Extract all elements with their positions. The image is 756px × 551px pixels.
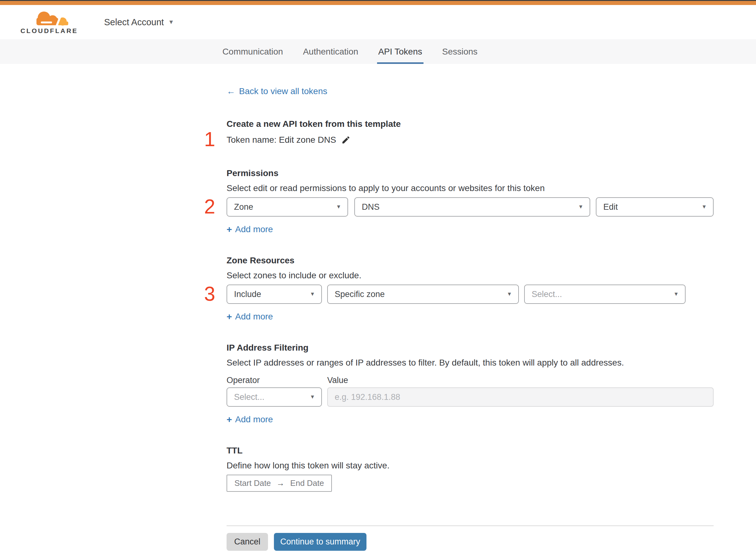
chevron-down-icon: ▼ xyxy=(507,291,512,297)
zone-include-select[interactable]: Include ▼ xyxy=(226,285,322,304)
chevron-down-icon: ▼ xyxy=(310,394,315,400)
zone-resources-heading: Zone Resources xyxy=(226,255,714,266)
tab-api-tokens[interactable]: API Tokens xyxy=(377,39,424,64)
ttl-date-range-picker[interactable]: Start Date → End Date xyxy=(226,475,332,492)
step-2-badge: 2 xyxy=(204,197,215,216)
chevron-down-icon: ▼ xyxy=(673,291,679,297)
operator-select[interactable]: Select... ▼ xyxy=(226,387,322,407)
zone-resources-add-more-link[interactable]: + Add more xyxy=(226,311,273,322)
plus-icon: + xyxy=(226,311,232,322)
tab-sessions[interactable]: Sessions xyxy=(441,39,479,64)
chevron-down-icon: ▼ xyxy=(578,204,583,210)
zone-picker-select[interactable]: Select... ▼ xyxy=(524,285,686,304)
chevron-down-icon: ▼ xyxy=(168,19,174,26)
permissions-subtitle: Select edit or read permissions to apply… xyxy=(226,183,714,193)
permissions-add-more-link[interactable]: + Add more xyxy=(226,224,273,235)
ip-filtering-controls: Select... ▼ xyxy=(226,387,714,407)
form-actions: Cancel Continue to summary xyxy=(226,533,714,551)
permission-scope-select[interactable]: Zone ▼ xyxy=(226,197,348,216)
back-link-label: Back to view all tokens xyxy=(239,86,327,96)
cancel-button[interactable]: Cancel xyxy=(226,533,268,551)
edit-pencil-icon[interactable] xyxy=(341,135,350,145)
step-3-badge: 3 xyxy=(204,284,215,304)
ttl-subtitle: Define how long this token will stay act… xyxy=(226,460,714,471)
ip-filtering-subtitle: Select IP addresses or ranges of IP addr… xyxy=(226,358,714,368)
step-1-badge: 1 xyxy=(204,129,215,149)
token-name-row: 1 Token name: Edit zone DNS xyxy=(226,134,714,146)
cloudflare-logo: CLOUDFLARE xyxy=(24,10,74,35)
back-arrow-icon: ← xyxy=(226,86,235,96)
tab-communication[interactable]: Communication xyxy=(221,39,284,64)
permissions-heading: Permissions xyxy=(226,168,714,178)
back-to-tokens-link[interactable]: ← Back to view all tokens xyxy=(226,86,327,96)
account-selector-label: Select Account xyxy=(104,17,164,27)
token-name-text: Token name: Edit zone DNS xyxy=(226,135,336,145)
zone-scope-select[interactable]: Specific zone ▼ xyxy=(327,285,519,304)
zone-resources-select-row: 3 Include ▼ Specific zone ▼ Select... ▼ xyxy=(226,285,714,304)
account-selector[interactable]: Select Account ▼ xyxy=(104,17,174,27)
permissions-select-row: 2 Zone ▼ DNS ▼ Edit ▼ xyxy=(226,197,714,216)
plus-icon: + xyxy=(226,414,232,425)
tab-authentication[interactable]: Authentication xyxy=(302,39,359,64)
token-form: ← Back to view all tokens Create a new A… xyxy=(226,64,714,551)
permission-level-select[interactable]: Edit ▼ xyxy=(596,197,714,216)
footer-divider xyxy=(226,525,714,526)
brand-accent-bar xyxy=(0,1,756,5)
template-heading: Create a new API token from this templat… xyxy=(226,119,714,129)
permission-group-select[interactable]: DNS ▼ xyxy=(354,197,590,216)
ip-filtering-add-more-link[interactable]: + Add more xyxy=(226,414,273,425)
zone-resources-subtitle: Select zones to include or exclude. xyxy=(226,270,714,281)
app-header: CLOUDFLARE Select Account ▼ xyxy=(0,5,756,39)
cloudflare-cloud-icon xyxy=(26,10,73,26)
profile-tabbar: Communication Authentication API Tokens … xyxy=(0,39,756,64)
ttl-end-date: End Date xyxy=(290,478,324,488)
value-label: Value xyxy=(327,375,348,386)
chevron-down-icon: ▼ xyxy=(701,204,707,210)
ip-filtering-heading: IP Address Filtering xyxy=(226,343,714,353)
ip-value-input[interactable] xyxy=(327,387,714,407)
cloudflare-logo-text: CLOUDFLARE xyxy=(21,27,78,35)
arrow-right-icon: → xyxy=(276,478,284,488)
chevron-down-icon: ▼ xyxy=(310,291,315,297)
cloudflare-api-token-page: CLOUDFLARE Select Account ▼ Communicatio… xyxy=(0,0,756,551)
ttl-start-date: Start Date xyxy=(234,478,271,488)
ttl-heading: TTL xyxy=(226,445,714,456)
chevron-down-icon: ▼ xyxy=(336,204,341,210)
operator-label: Operator xyxy=(226,375,327,386)
ip-filtering-labels: Operator Value xyxy=(226,375,714,386)
plus-icon: + xyxy=(226,224,232,235)
continue-to-summary-button[interactable]: Continue to summary xyxy=(274,533,366,551)
